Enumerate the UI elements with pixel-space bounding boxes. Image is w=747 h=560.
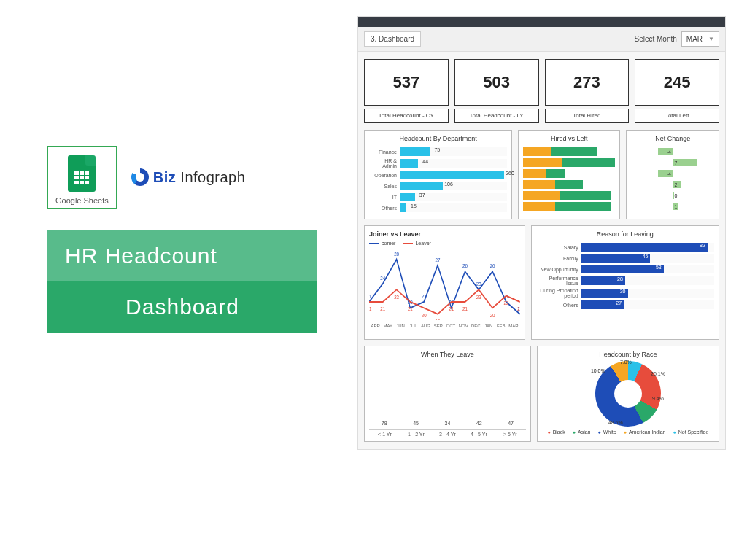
diverging-bar-row: -4 [631,147,714,156]
title-line-2: Dashboard [47,281,317,332]
chart-hired-vs-left: Hired vs Left [518,130,620,219]
bar-row: Sales106 [369,182,507,190]
donut-chart: 26.1% 9.4% 48.6% 10.0% 7.0% [595,361,661,427]
chevron-down-icon: ▼ [708,36,714,42]
svg-text:27: 27 [436,257,441,262]
svg-text:23: 23 [476,281,481,287]
svg-text:21: 21 [449,306,454,312]
title-block: HR Headcount Dashboard [47,230,317,332]
svg-text:23: 23 [476,294,481,300]
svg-text:21: 21 [517,306,519,312]
select-month-label: Select Month [634,35,676,43]
branding-pane: Google Sheets Biz Infograph HR Headcount… [47,146,317,332]
svg-text:26: 26 [490,263,495,269]
dashboard-panel: 3. Dashboard Select Month MAR ▼ 537Total… [357,16,726,450]
bar-row: Performance Issue28 [536,276,714,286]
bar-row: Others15 [369,203,507,212]
stacked-bar-row [523,191,615,200]
month-value: MAR [686,35,703,43]
svg-text:20: 20 [490,312,495,318]
kpi-card: 245Total Left [635,59,719,122]
kpi-cards: 537Total Headcount - CY 503Total Headcou… [358,52,725,127]
kpi-card: 503Total Headcount - LY [454,59,539,122]
window-titlebar [358,17,725,27]
stacked-bar-row [523,202,615,211]
diverging-bar-row: 7 [631,158,714,167]
svg-text:23: 23 [394,294,399,300]
bar-row: IT37 [369,192,507,201]
bar-row: Others27 [536,300,714,309]
google-sheets-badge: Google Sheets [47,146,117,209]
svg-text:21: 21 [408,306,413,312]
svg-text:21: 21 [462,306,468,312]
pie-icon [131,168,149,186]
bar-row: HR & Admin44 [369,158,507,168]
svg-text:21: 21 [369,306,372,312]
google-sheets-icon [68,155,96,192]
chart-headcount-by-dept: Headcount By Department Finance75HR & Ad… [364,130,512,219]
month-dropdown[interactable]: MAR ▼ [681,31,719,47]
chart-headcount-race: Headcount by Race 26.1% 9.4% 48.6% 10.0%… [537,346,719,442]
title-line-1: HR Headcount [47,230,317,281]
svg-text:21: 21 [422,293,427,299]
google-sheets-label: Google Sheets [55,196,109,205]
dashboard-toolbar: 3. Dashboard Select Month MAR ▼ [358,27,725,52]
kpi-card: 273Total Hired [545,59,630,122]
svg-text:21: 21 [369,293,372,299]
stacked-bar-row [523,180,615,189]
diverging-bar-row: 2 [631,180,714,189]
chart-when-leave: When They Leave 7845344247 < 1 Yr1 - 2 Y… [364,346,531,442]
chart-reason-leaving: Reason for Leaving Salary82Family45New O… [531,225,719,340]
biz-infograph-logo: Biz Infograph [131,168,246,186]
kpi-card: 537Total Headcount - CY [364,59,449,122]
svg-text:21: 21 [380,306,385,312]
bar-row: During Probation period30 [536,288,714,298]
diverging-bar-row: -4 [631,169,714,178]
bar-row: New Oppurtunity53 [536,265,714,273]
diverging-bar-row: 1 [631,202,714,211]
svg-text:24: 24 [380,275,385,281]
chart-joiner-vs-leaver: Joiner vs Leaver comer Leaver 2124282021… [364,225,525,340]
stacked-bar-row [523,147,615,156]
bar-row: Salary82 [536,243,714,252]
svg-text:22: 22 [503,300,508,306]
bar-row: Operation260 [369,171,507,179]
bar-row: Family45 [536,254,714,262]
stacked-bar-row [523,158,615,167]
breadcrumb[interactable]: 3. Dashboard [364,31,421,47]
diverging-bar-row: 0 [631,191,714,200]
stacked-bar-row [523,169,615,178]
chart-net-change: Net Change -47-4201 [626,130,719,219]
svg-text:19: 19 [436,319,441,320]
svg-text:20: 20 [422,312,427,318]
svg-text:28: 28 [394,251,399,257]
bar-row: Finance75 [369,147,507,156]
svg-text:26: 26 [462,263,468,269]
